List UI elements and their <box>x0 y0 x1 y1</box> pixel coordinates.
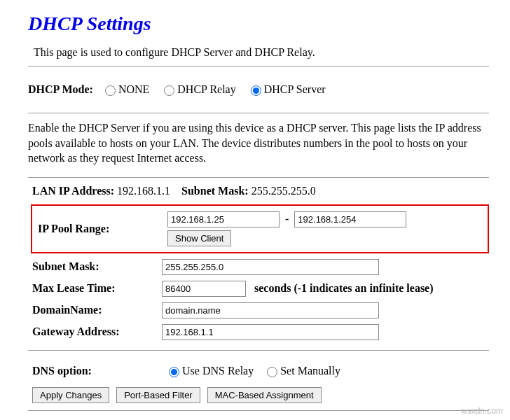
dhcp-mode-row: DHCP Mode: NONE DHCP Relay DHCP Server <box>28 74 489 106</box>
page-title: DHCP Settings <box>28 13 489 35</box>
port-based-filter-button[interactable]: Port-Based Filter <box>116 387 200 403</box>
lan-ip-value: 192.168.1.1 <box>117 185 170 197</box>
max-lease-suffix: seconds (-1 indicates an infinite lease) <box>254 282 434 294</box>
subnet-mask-label: Subnet Mask: <box>31 256 160 278</box>
divider <box>28 350 489 351</box>
lan-info: LAN IP Address: 192.168.1.1 Subnet Mask:… <box>32 185 489 197</box>
radio-dns-manual[interactable]: Set Manually <box>263 365 340 377</box>
intro-text: This page is used to configure DHCP Serv… <box>34 46 489 59</box>
lan-mask-value: 255.255.255.0 <box>251 185 316 197</box>
ip-pool-highlight: IP Pool Range: - Show Client <box>31 204 489 253</box>
divider <box>28 113 489 113</box>
ip-pool-row: IP Pool Range: - Show Client <box>36 209 483 249</box>
watermark-text: wsxdn.com <box>461 406 503 416</box>
radio-dns-relay[interactable]: Use DNS Relay <box>165 365 254 377</box>
description-text: Enable the DHCP Server if you are using … <box>28 120 489 166</box>
gateway-label: Gateway Address: <box>31 321 160 343</box>
divider <box>28 177 489 178</box>
radio-none-label: NONE <box>118 83 149 96</box>
range-separator-icon: - <box>285 213 289 225</box>
gateway-input[interactable] <box>162 324 379 340</box>
max-lease-label: Max Lease Time: <box>31 278 160 300</box>
radio-dns-relay-label: Use DNS Relay <box>182 365 254 377</box>
lan-ip-label: LAN IP Address: <box>32 185 114 197</box>
dns-option-label: DNS option: <box>32 365 165 377</box>
max-lease-row: Max Lease Time: seconds (-1 indicates an… <box>31 278 492 300</box>
radio-relay-label: DHCP Relay <box>177 83 235 96</box>
ip-pool-label: IP Pool Range: <box>36 209 166 249</box>
domain-name-input[interactable] <box>162 302 379 318</box>
radio-relay[interactable]: DHCP Relay <box>160 83 235 96</box>
domain-name-label: DomainName: <box>31 300 160 321</box>
radio-none[interactable]: NONE <box>102 83 149 96</box>
radio-server-input[interactable] <box>251 85 261 96</box>
action-buttons: Apply Changes Port-Based Filter MAC-Base… <box>32 387 489 403</box>
show-client-button[interactable]: Show Client <box>167 230 231 246</box>
divider <box>28 410 489 411</box>
subnet-mask-input[interactable] <box>162 259 379 275</box>
radio-relay-input[interactable] <box>164 85 174 96</box>
ip-pool-end-input[interactable] <box>294 211 406 227</box>
dns-option-row: DNS option: Use DNS Relay Set Manually <box>28 358 489 384</box>
radio-dns-manual-input[interactable] <box>267 367 277 377</box>
ip-pool-start-input[interactable] <box>167 211 280 227</box>
subnet-mask-row: Subnet Mask: <box>31 256 492 278</box>
max-lease-input[interactable] <box>162 281 246 297</box>
apply-changes-button[interactable]: Apply Changes <box>32 387 109 403</box>
radio-dns-manual-label: Set Manually <box>280 365 340 377</box>
dhcp-mode-label: DHCP Mode: <box>28 83 93 96</box>
radio-server[interactable]: DHCP Server <box>247 83 326 96</box>
domain-name-row: DomainName: <box>31 300 492 321</box>
gateway-row: Gateway Address: <box>31 321 492 343</box>
mac-based-assignment-button[interactable]: MAC-Based Assignment <box>207 387 322 403</box>
radio-dns-relay-input[interactable] <box>169 367 179 377</box>
divider <box>28 66 489 66</box>
radio-server-label: DHCP Server <box>264 83 326 96</box>
lan-mask-label: Subnet Mask: <box>181 185 249 197</box>
radio-none-input[interactable] <box>105 85 116 96</box>
